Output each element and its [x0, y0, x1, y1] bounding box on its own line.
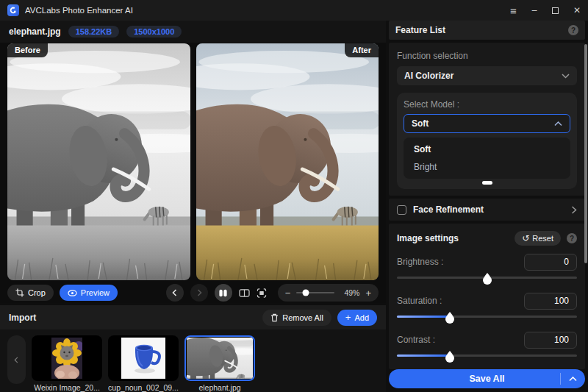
compare-view: Before After — [0, 43, 386, 281]
viewer-toolbar: Crop Preview − 4 — [0, 281, 386, 303]
brightness-slider-thumb[interactable] — [483, 275, 492, 285]
function-value: AI Colorizer — [404, 71, 453, 81]
chevron-right-icon[interactable] — [571, 206, 577, 214]
saturation-group: Saturation : 100 — [397, 292, 577, 326]
thumbnail-item: elephant.jpg — [184, 335, 255, 392]
thumbnail-cup[interactable] — [108, 335, 179, 381]
contrast-slider-thumb[interactable] — [445, 353, 454, 363]
saturation-slider[interactable] — [397, 313, 577, 326]
dropdown-scroll-handle[interactable] — [482, 181, 492, 185]
reset-button[interactable]: ↺ Reset — [514, 231, 561, 246]
file-size-badge: 158.22KB — [68, 26, 120, 38]
saturation-slider-thumb[interactable] — [445, 314, 454, 324]
face-refinement-checkbox[interactable] — [397, 205, 406, 215]
import-section: Import Remove All + Add — [0, 305, 386, 392]
image-settings-card: Image settings ↺ Reset ? Brightness : 0 — [389, 224, 585, 369]
remove-all-button[interactable]: Remove All — [262, 310, 331, 326]
zoom-out-button[interactable]: − — [285, 288, 291, 298]
thumbnail-elephant[interactable] — [184, 335, 255, 381]
add-label: Add — [354, 313, 369, 322]
panel-scrollbar[interactable] — [584, 44, 587, 263]
add-button[interactable]: + Add — [337, 310, 377, 326]
feature-help-icon[interactable]: ? — [568, 25, 578, 35]
next-image-button[interactable] — [190, 284, 208, 302]
thumbnail-elephant-image — [187, 338, 253, 379]
zoom-level: 49% — [340, 288, 359, 297]
before-badge: Before — [7, 43, 48, 57]
face-refinement-label: Face Refinement — [413, 204, 484, 215]
thumbnail-label: elephant.jpg — [198, 383, 240, 392]
reset-label: Reset — [532, 234, 553, 243]
save-all-button[interactable]: Save All — [389, 369, 585, 388]
image-settings-title: Image settings — [397, 233, 459, 243]
save-all-label: Save All — [389, 374, 560, 384]
prev-image-button[interactable] — [166, 284, 184, 302]
maximize-icon[interactable] — [552, 7, 559, 14]
crop-icon — [15, 288, 24, 297]
zoom-control: − 49% + — [278, 284, 379, 302]
close-icon[interactable]: ✕ — [573, 6, 581, 15]
crop-label: Crop — [28, 288, 46, 297]
face-refinement-row[interactable]: Face Refinement — [389, 199, 585, 221]
model-value: Soft — [412, 118, 429, 129]
remove-all-label: Remove All — [282, 313, 323, 322]
thumbnail-item: Weixin Image_20... — [32, 335, 102, 392]
settings-help-icon[interactable]: ? — [567, 233, 577, 243]
reset-icon: ↺ — [522, 233, 529, 243]
before-image-pane[interactable]: Before — [7, 43, 190, 280]
app-window: AVCLabs Photo Enhancer AI ≡ − ✕ elephant… — [0, 0, 588, 392]
model-select[interactable]: Soft — [404, 114, 570, 133]
plus-icon: + — [345, 312, 351, 323]
brightness-slider[interactable] — [397, 274, 577, 287]
contrast-group: Contrast : 100 — [397, 331, 577, 365]
brightness-label: Brightness : — [397, 257, 443, 267]
minimize-icon[interactable]: − — [531, 5, 537, 15]
import-title: Import — [9, 313, 36, 323]
zoom-slider-thumb[interactable] — [303, 290, 309, 296]
split-view-button[interactable] — [215, 284, 232, 302]
app-title: AVCLabs Photo Enhancer AI — [25, 6, 133, 15]
thumbnail-label: cup_noun_002_09... — [108, 383, 179, 392]
contrast-value[interactable]: 100 — [524, 332, 577, 349]
thumbnail-item: cup_noun_002_09... — [108, 335, 179, 392]
side-by-side-view-button[interactable] — [239, 288, 250, 298]
model-dropdown-list: Soft Bright — [404, 138, 570, 179]
scroll-left-button[interactable] — [7, 335, 26, 384]
chevron-down-icon — [562, 74, 570, 79]
brightness-group: Brightness : 0 — [397, 253, 577, 287]
function-select[interactable]: AI Colorizer — [397, 66, 577, 85]
chevron-up-icon — [554, 121, 562, 126]
model-option-bright[interactable]: Bright — [404, 158, 570, 176]
after-image — [196, 43, 379, 280]
file-info-bar: elephant.jpg 158.22KB 1500x1000 — [0, 21, 386, 43]
brightness-value[interactable]: 0 — [524, 254, 577, 271]
crop-button[interactable]: Crop — [7, 285, 54, 301]
thumbnail-strip: Weixin Image_20... — [0, 329, 386, 392]
contrast-slider[interactable] — [397, 352, 577, 365]
titlebar: AVCLabs Photo Enhancer AI ≡ − ✕ — [0, 0, 588, 21]
contrast-label: Contrast : — [397, 335, 435, 345]
eye-icon — [68, 289, 77, 297]
feature-list-title: Feature List — [395, 25, 445, 35]
fit-screen-button[interactable] — [257, 288, 267, 298]
after-image-pane[interactable]: After — [196, 43, 379, 280]
select-model-label: Select Model : — [404, 99, 570, 110]
thumbnail-label: Weixin Image_20... — [34, 383, 100, 392]
trash-icon — [270, 313, 279, 322]
save-options-chevron[interactable] — [560, 373, 585, 385]
saturation-value[interactable]: 100 — [524, 293, 577, 310]
preview-button[interactable]: Preview — [60, 285, 118, 301]
function-selection-label: Function selection — [397, 51, 577, 61]
preview-label: Preview — [81, 288, 110, 297]
thumbnail-weixin[interactable] — [32, 335, 102, 381]
zoom-slider[interactable] — [296, 292, 334, 294]
after-badge: After — [345, 43, 379, 57]
file-name: elephant.jpg — [9, 26, 61, 37]
feature-panel: Feature List ? Function selection AI Col… — [386, 21, 588, 392]
before-image — [7, 43, 190, 280]
file-dimensions-badge: 1500x1000 — [126, 26, 182, 38]
menu-icon[interactable]: ≡ — [510, 5, 517, 16]
model-option-soft[interactable]: Soft — [404, 140, 570, 158]
zoom-in-button[interactable]: + — [365, 288, 371, 298]
app-logo-icon — [7, 4, 19, 16]
